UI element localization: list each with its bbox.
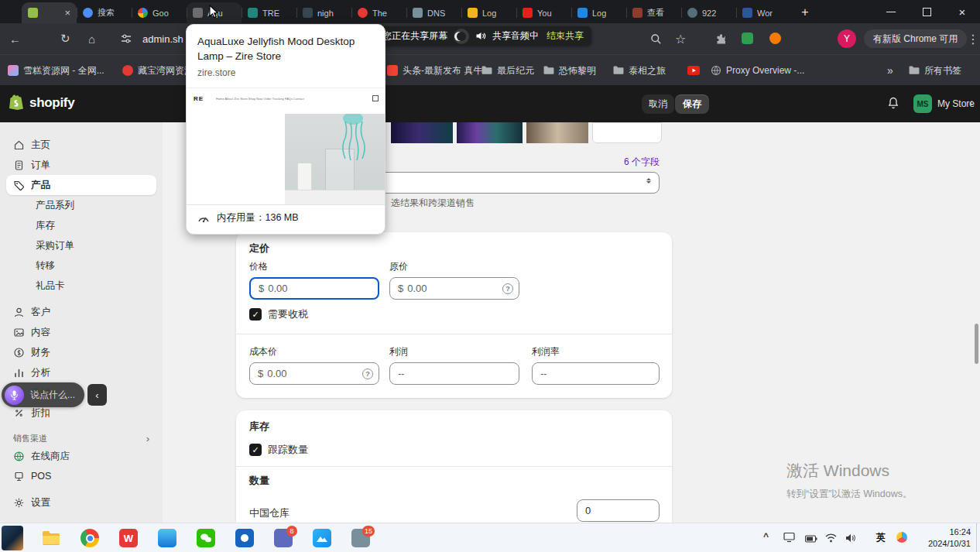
tab-922[interactable]: 922 bbox=[681, 2, 736, 23]
save-button[interactable]: 保存 bbox=[675, 94, 709, 114]
meeting-app-button[interactable] bbox=[234, 527, 255, 549]
sidebar-item-customers[interactable]: 客户 bbox=[6, 302, 156, 322]
cost-per-item-input[interactable]: $ 0.00 ? bbox=[249, 362, 379, 385]
tab-log-2[interactable]: Log bbox=[571, 2, 626, 23]
back-icon[interactable]: ← bbox=[9, 23, 21, 54]
fields-count-link[interactable]: 6 个字段 bbox=[573, 156, 660, 169]
extension-icon-green[interactable] bbox=[742, 33, 753, 44]
stop-sharing-button[interactable]: 结束共享 bbox=[547, 29, 584, 43]
window-close-button[interactable]: × bbox=[944, 0, 980, 23]
bookmark-item[interactable]: 头条-最新发布 真牛... bbox=[387, 55, 490, 86]
address-url[interactable]: admin.sh bbox=[142, 23, 183, 54]
profile-avatar[interactable]: Y bbox=[838, 29, 856, 48]
tray-volume-icon[interactable] bbox=[845, 532, 856, 546]
widgets-tile[interactable] bbox=[2, 527, 23, 549]
quantity-input[interactable]: 0 bbox=[577, 499, 660, 522]
price-input[interactable]: $ 0.00 bbox=[249, 277, 379, 300]
tab-google[interactable]: Goo bbox=[132, 2, 187, 23]
tray-expand-chevron[interactable]: ^ bbox=[763, 531, 769, 542]
help-icon[interactable]: ? bbox=[502, 283, 513, 294]
tab-shopify-admin[interactable]: × bbox=[22, 2, 77, 23]
sidebar-item-transfers[interactable]: 转移 bbox=[6, 255, 156, 276]
compare-at-price-input[interactable]: $ 0.00 ? bbox=[389, 277, 519, 300]
tab-word[interactable]: Wor bbox=[736, 2, 791, 23]
chrome-update-chip[interactable]: 有新版 Chrome 可用 bbox=[864, 29, 967, 48]
window-maximize-button[interactable] bbox=[909, 0, 944, 23]
extensions-puzzle-icon[interactable] bbox=[715, 23, 727, 54]
refresh-icon[interactable]: ↻ bbox=[60, 23, 70, 54]
ime-language-indicator[interactable]: 英 bbox=[876, 531, 886, 544]
browser-menu-kebab-icon[interactable]: ⋮ bbox=[967, 23, 979, 54]
file-explorer-button[interactable] bbox=[40, 527, 62, 549]
tab-youtube[interactable]: You bbox=[516, 2, 571, 23]
all-bookmarks-folder[interactable]: 所有书签 bbox=[909, 55, 961, 86]
tab-log-1[interactable]: Log bbox=[461, 2, 516, 23]
bookmark-item[interactable]: 雪糕资源网 - 全网... bbox=[8, 55, 105, 86]
window-minimize-button[interactable]: — bbox=[873, 0, 909, 23]
app-button-with-badge-15[interactable]: 15 bbox=[350, 527, 372, 549]
tray-battery-icon[interactable] bbox=[805, 532, 817, 546]
bookmark-item[interactable]: Proxy Overview -... bbox=[711, 55, 804, 86]
hide-share-bar-button[interactable] bbox=[454, 29, 469, 44]
tab-close-icon[interactable]: × bbox=[64, 8, 70, 18]
help-icon[interactable]: ? bbox=[362, 369, 373, 379]
tray-wifi-icon[interactable] bbox=[825, 532, 837, 546]
product-media-thumbnail[interactable] bbox=[526, 122, 588, 143]
collapse-chevron-icon[interactable]: ‹ bbox=[969, 96, 973, 108]
shopify-logo[interactable]: shopify bbox=[9, 94, 74, 111]
tray-app-icon[interactable] bbox=[896, 532, 907, 543]
bookmark-item[interactable]: 藏宝湾网资源 bbox=[122, 55, 194, 86]
app-button-blue[interactable] bbox=[156, 527, 178, 549]
product-media-thumbnail[interactable] bbox=[592, 122, 662, 143]
sidebar-item-inventory[interactable]: 库存 bbox=[6, 215, 156, 235]
tray-display-icon[interactable] bbox=[783, 532, 795, 546]
bookmark-folder[interactable]: 最后纪元 bbox=[481, 55, 534, 86]
site-settings-icon[interactable] bbox=[121, 23, 132, 54]
bookmark-folder[interactable]: 恐怖黎明 bbox=[543, 55, 596, 86]
show-desktop-button[interactable] bbox=[976, 523, 980, 552]
voice-assistant-widget[interactable]: 说点什么... bbox=[2, 382, 84, 407]
chrome-button[interactable] bbox=[79, 527, 101, 549]
sidebar-item-home[interactable]: 主页 bbox=[6, 135, 156, 155]
sidebar-item-orders[interactable]: 订单 bbox=[6, 155, 156, 175]
wechat-button[interactable] bbox=[195, 527, 217, 549]
bookmark-youtube[interactable] bbox=[687, 55, 700, 86]
bookmark-folder[interactable]: 泰相之旅 bbox=[613, 55, 666, 86]
microphone-orb[interactable] bbox=[5, 386, 24, 405]
tab-dns[interactable]: DNS bbox=[406, 2, 461, 23]
sidebar-item-analytics[interactable]: 分析 bbox=[6, 362, 156, 382]
store-menu[interactable]: MS My Store bbox=[913, 94, 975, 113]
tab-chakan[interactable]: 查看 bbox=[626, 2, 681, 23]
sidebar-item-purchase-orders[interactable]: 采购订单 bbox=[6, 235, 156, 255]
new-tab-button[interactable]: + bbox=[796, 3, 814, 22]
wps-button[interactable]: W bbox=[118, 527, 139, 549]
tab-the[interactable]: The bbox=[351, 2, 406, 23]
bookmarks-overflow-icon[interactable]: » bbox=[887, 55, 893, 86]
sidebar-item-online-store[interactable]: 在线商店 bbox=[6, 446, 156, 466]
app-button-with-badge-8[interactable]: 8 bbox=[272, 527, 294, 549]
find-icon[interactable] bbox=[650, 23, 662, 54]
sales-channels-header[interactable]: 销售渠道 › bbox=[13, 432, 149, 444]
sidebar-item-finance[interactable]: 财务 bbox=[6, 342, 156, 362]
sidebar-item-pos[interactable]: POS bbox=[6, 466, 156, 486]
track-quantity-checkbox[interactable]: ✓ bbox=[249, 444, 262, 456]
tab-tre[interactable]: TRE bbox=[242, 2, 296, 23]
bookmark-star-icon[interactable]: ☆ bbox=[675, 23, 686, 54]
tab-search[interactable]: 搜索 bbox=[77, 2, 132, 23]
sidebar-item-collections[interactable]: 产品系列 bbox=[6, 195, 156, 215]
taskbar-clock[interactable]: 16:24 2024/10/31 bbox=[928, 526, 971, 550]
sidebar-item-gift-cards[interactable]: 礼品卡 bbox=[6, 276, 156, 296]
photos-app-button[interactable] bbox=[311, 527, 333, 549]
extension-icon-orange[interactable] bbox=[769, 33, 781, 44]
home-icon[interactable]: ⌂ bbox=[88, 23, 95, 54]
notifications-bell-icon[interactable] bbox=[887, 97, 899, 113]
page-scrollbar[interactable] bbox=[975, 324, 978, 364]
cancel-button[interactable]: 取消 bbox=[642, 94, 674, 114]
product-media-thumbnail[interactable] bbox=[391, 122, 453, 143]
assistant-collapse-button[interactable]: ‹ bbox=[87, 384, 107, 406]
sidebar-item-settings[interactable]: 设置 bbox=[6, 492, 156, 513]
charge-tax-checkbox[interactable]: ✓ bbox=[249, 308, 262, 321]
product-media-thumbnail[interactable] bbox=[457, 122, 523, 143]
sidebar-item-content[interactable]: 内容 bbox=[6, 322, 156, 342]
tab-nigh[interactable]: nigh bbox=[296, 2, 351, 23]
